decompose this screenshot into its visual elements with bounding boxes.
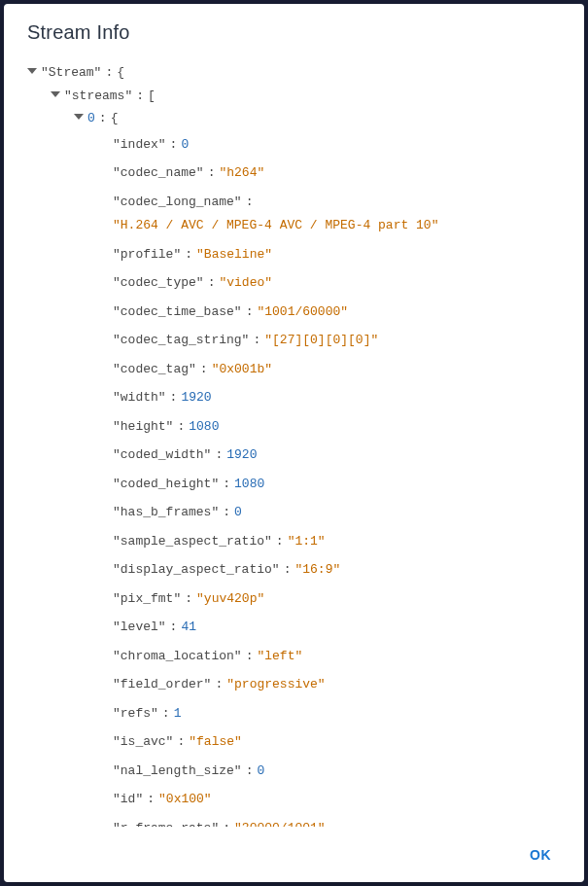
json-colon: : [246,193,254,212]
json-property: "level" : 41 [113,613,576,642]
collapse-toggle-icon[interactable] [27,68,37,74]
json-colon: : [200,360,208,379]
json-value: "h264" [219,163,264,183]
json-bracket: [ [148,87,156,106]
json-property: "refs" : 1 [113,699,576,728]
json-value: 1080 [234,475,264,494]
json-colon: : [223,475,230,494]
json-property: "coded_width" : 1920 [113,441,576,470]
json-key: "level" [113,618,166,637]
json-colon: : [208,273,216,293]
json-colon: : [99,109,107,128]
json-key: "chroma_location" [113,647,242,666]
json-colon: : [208,163,216,183]
json-key: "codec_type" [113,273,204,293]
json-property: "id" : "0x100" [113,785,576,814]
json-key: "width" [113,388,166,408]
json-colon: : [284,560,292,580]
json-value: "30000/1001" [234,819,326,828]
json-property: "coded_height" : 1080 [113,470,576,499]
dialog-title: Stream Info [27,21,561,44]
json-value: "Baseline" [196,245,272,265]
json-property: "r_frame_rate" : "30000/1001" [113,814,576,828]
json-property: "sample_aspect_ratio" : "1:1" [113,527,576,556]
json-property: "has_b_frames" : 0 [113,498,576,527]
json-value: "left" [257,647,302,666]
json-key: "codec_tag_string" [113,331,249,350]
json-key: "sample_aspect_ratio" [113,532,272,551]
json-properties-list: "index" : 0"codec_name" : "h264""codec_l… [27,130,576,828]
json-property: "index" : 0 [113,130,576,159]
json-property: "height" : 1080 [113,412,576,442]
json-value: "1001/60000" [257,302,348,322]
ok-button[interactable]: OK [520,841,561,868]
json-key: "codec_time_base" [113,302,242,322]
json-colon: : [170,135,178,155]
json-node-streams[interactable]: "streams" : [ [27,85,576,108]
json-value: 0 [181,135,189,155]
json-colon: : [223,503,230,522]
json-key: "display_aspect_ratio" [113,560,280,580]
json-key: "nal_length_size" [113,762,242,781]
json-property: "is_avc" : "false" [113,727,576,757]
json-value: "0x100" [158,790,212,809]
json-property: "codec_long_name" : [113,188,576,217]
json-key: "profile" [113,245,181,265]
json-tree: "Stream" : { "streams" : [ 0 : { [27,61,576,827]
json-colon: : [177,732,185,752]
json-colon: : [215,675,223,694]
json-property: "field_order" : "progressive" [113,670,576,699]
json-colon: : [246,762,254,781]
json-key: "r_frame_rate" [113,819,219,828]
json-key: "streams" [64,87,132,106]
json-key: "pix_fmt" [113,589,181,609]
json-value: "16:9" [294,560,340,580]
json-value: 41 [181,618,196,637]
json-key: "height" [113,417,173,437]
json-key: "codec_tag" [113,360,196,379]
json-value: "1:1" [288,532,326,551]
json-property: "codec_tag_string" : "[27][0][0][0]" [113,326,576,355]
collapse-toggle-icon[interactable] [74,114,84,120]
json-property: "nal_length_size" : 0 [113,757,576,786]
json-value: "H.264 / AVC / MPEG-4 AVC / MPEG-4 part … [113,216,438,235]
collapse-toggle-icon[interactable] [51,91,60,97]
json-value: 1920 [226,445,257,465]
dialog-header: Stream Info [4,4,584,53]
json-property: "codec_type" : "video" [113,268,576,298]
json-node-stream[interactable]: "Stream" : { [27,61,576,85]
dialog-body[interactable]: "Stream" : { "streams" : [ 0 : { [4,53,584,827]
json-value: 1 [174,704,182,724]
json-property: "codec_time_base" : "1001/60000" [113,298,576,327]
json-key: "id" [113,790,143,809]
json-value: 0 [257,762,264,781]
json-colon: : [246,647,254,666]
json-value: "video" [219,273,272,293]
json-colon: : [215,445,223,465]
json-colon: : [136,87,144,106]
json-value: "false" [189,732,242,752]
json-value: 1920 [181,388,211,408]
json-key: "has_b_frames" [113,503,219,522]
json-property: "profile" : "Baseline" [113,240,576,269]
json-property: "codec_name" : "h264" [113,159,576,188]
json-value: "progressive" [226,675,325,694]
json-key: "coded_width" [113,445,211,465]
json-bracket: { [111,109,119,128]
json-colon: : [147,790,155,809]
json-value: "[27][0][0][0]" [264,331,378,350]
json-colon: : [170,618,178,637]
json-colon: : [185,245,192,265]
json-property: "display_aspect_ratio" : "16:9" [113,555,576,585]
json-colon: : [246,302,254,322]
json-key: "codec_name" [113,163,204,183]
dialog-footer: OK [4,827,584,882]
json-key: "coded_height" [113,475,219,494]
json-colon: : [253,331,260,350]
json-value: "yuv420p" [196,589,264,609]
json-key: "refs" [113,704,158,724]
json-node-item0[interactable]: 0 : { [27,107,576,130]
stream-info-dialog: Stream Info "Stream" : { "streams" : [ [4,4,584,882]
json-colon: : [177,417,185,437]
json-key: "Stream" [41,63,101,83]
